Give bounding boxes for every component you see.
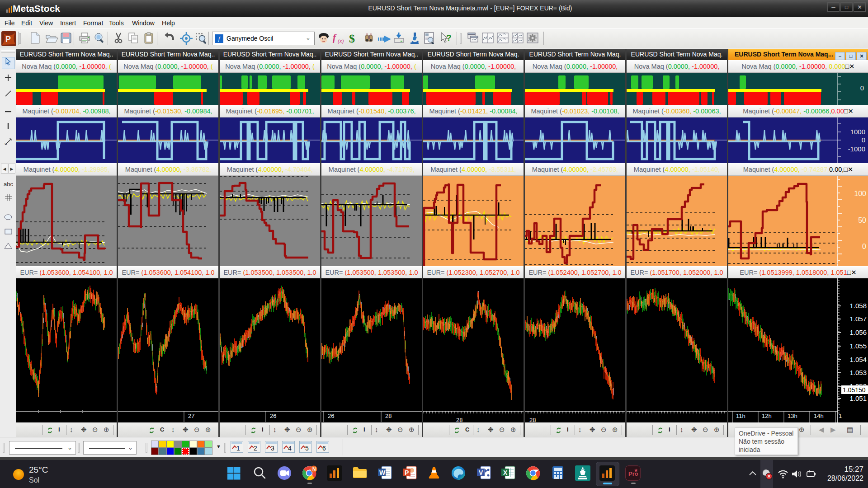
svg-text:f: f xyxy=(333,32,337,43)
svg-text:P: P xyxy=(405,469,409,476)
svg-text:26: 26 xyxy=(328,413,334,419)
svg-text:P: P xyxy=(5,35,11,44)
svg-text:1.058: 1.058 xyxy=(849,302,867,310)
svg-text:11h: 11h xyxy=(736,413,745,419)
svg-text:1.053: 1.053 xyxy=(849,369,867,376)
svg-text:1: 1 xyxy=(839,413,842,419)
svg-text:12h: 12h xyxy=(762,413,772,419)
svg-text:0: 0 xyxy=(862,136,865,144)
svg-text:(x): (x) xyxy=(338,38,344,44)
svg-text:W: W xyxy=(379,469,386,476)
svg-text:-1000: -1000 xyxy=(848,145,865,153)
svg-text:X: X xyxy=(503,469,508,476)
svg-text:1.056: 1.056 xyxy=(849,328,867,336)
svg-text:S: S xyxy=(5,142,7,145)
svg-text:abc: abc xyxy=(4,181,13,187)
svg-text:1000: 1000 xyxy=(850,128,865,136)
svg-text:5: 5 xyxy=(305,445,309,452)
svg-text:1.05150: 1.05150 xyxy=(843,386,866,394)
svg-text:27: 27 xyxy=(188,413,194,419)
svg-text:13h: 13h xyxy=(788,413,797,419)
svg-text:4: 4 xyxy=(288,445,292,452)
svg-text:$: $ xyxy=(349,32,355,44)
svg-text:28: 28 xyxy=(385,413,392,419)
svg-text:2: 2 xyxy=(254,445,257,452)
svg-text:6: 6 xyxy=(322,445,326,452)
svg-text:1.057: 1.057 xyxy=(849,315,867,323)
svg-text:14h: 14h xyxy=(814,413,824,419)
svg-text:100: 100 xyxy=(854,190,866,197)
svg-text:3: 3 xyxy=(271,445,274,452)
svg-text:26: 26 xyxy=(270,413,276,419)
svg-text:?: ? xyxy=(446,33,452,42)
svg-text:50: 50 xyxy=(858,216,866,224)
svg-text:1: 1 xyxy=(236,445,240,452)
svg-text:1.054: 1.054 xyxy=(849,356,867,363)
svg-text:28: 28 xyxy=(456,417,462,422)
svg-text:V: V xyxy=(479,469,483,476)
svg-text:N: N xyxy=(312,466,316,472)
svg-text:1.055: 1.055 xyxy=(849,342,867,350)
svg-text:28: 28 xyxy=(529,417,536,422)
svg-text:0: 0 xyxy=(860,84,864,92)
svg-text:1.051: 1.051 xyxy=(849,394,867,402)
svg-text:0: 0 xyxy=(862,243,866,250)
